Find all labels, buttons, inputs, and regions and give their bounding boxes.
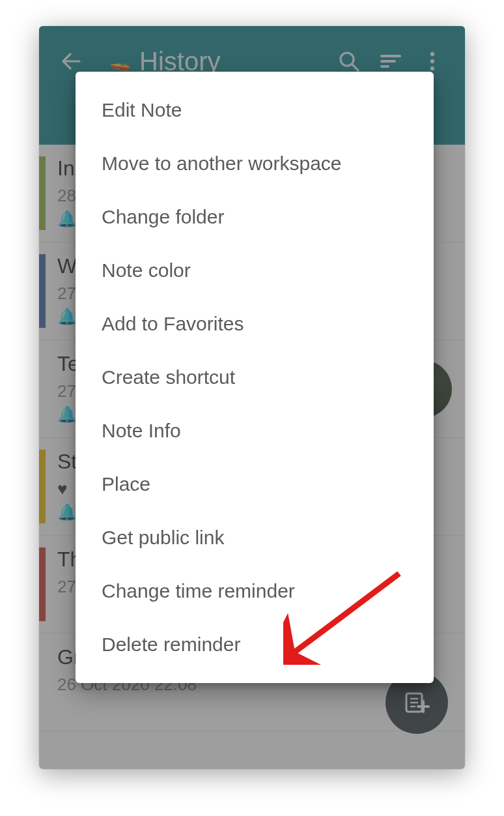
- menu-change-folder[interactable]: Change folder: [76, 190, 434, 244]
- menu-move-workspace[interactable]: Move to another workspace: [76, 137, 434, 190]
- menu-note-color[interactable]: Note color: [76, 244, 434, 297]
- menu-add-favorites[interactable]: Add to Favorites: [76, 297, 434, 351]
- menu-create-shortcut[interactable]: Create shortcut: [76, 351, 434, 404]
- menu-get-public-link[interactable]: Get public link: [76, 511, 434, 564]
- phone-frame: 🚤 History: [39, 26, 465, 769]
- menu-note-info[interactable]: Note Info: [76, 404, 434, 458]
- menu-place[interactable]: Place: [76, 458, 434, 511]
- menu-edit-note[interactable]: Edit Note: [76, 83, 434, 137]
- menu-change-time-reminder[interactable]: Change time reminder: [76, 564, 434, 618]
- context-menu: Edit Note Move to another workspace Chan…: [76, 72, 434, 683]
- menu-delete-reminder[interactable]: Delete reminder: [76, 618, 434, 671]
